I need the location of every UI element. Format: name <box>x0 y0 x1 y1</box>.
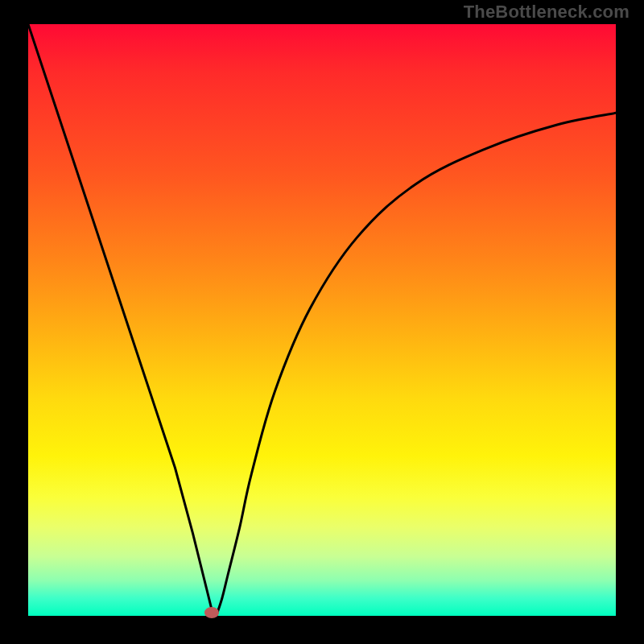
chart-frame: TheBottleneck.com <box>0 0 644 644</box>
minimum-marker <box>204 607 219 618</box>
bottleneck-curve <box>28 24 616 616</box>
watermark-text: TheBottleneck.com <box>464 2 630 23</box>
plot-area <box>28 24 616 616</box>
curve-right-branch <box>217 113 616 616</box>
curve-left-branch <box>28 24 213 616</box>
